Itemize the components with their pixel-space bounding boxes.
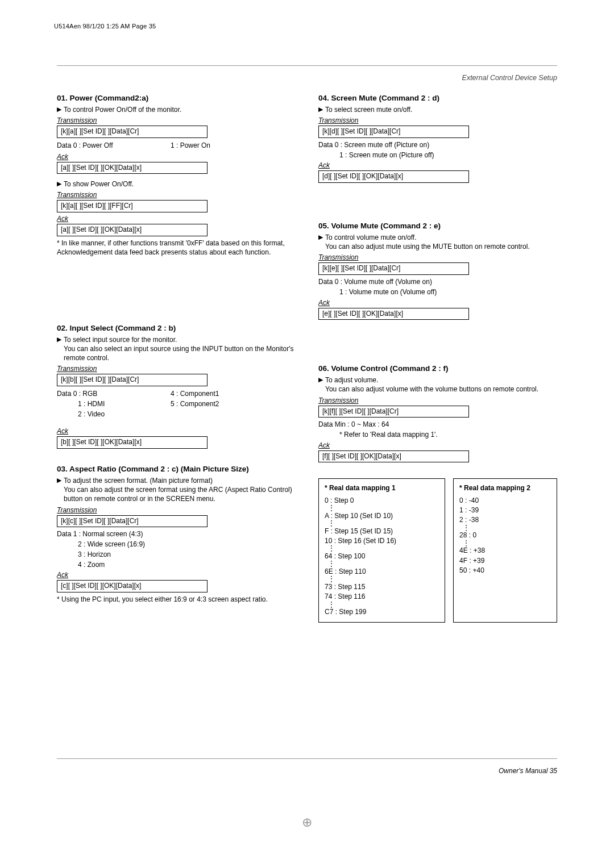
code-box: [e][ ][Set ID][ ][OK][Data][x] — [318, 308, 469, 320]
cmd-03: 03. Aspect Ratio (Command 2 : c) (Main P… — [57, 465, 296, 604]
transmission-label: Transmission — [57, 365, 296, 373]
data-mapping-row: * Real data mapping 1 0 : Step 0 ⋮ A : S… — [318, 478, 557, 622]
map-row: 1 : -39 — [459, 506, 551, 515]
vdots-icon: ⋮ — [325, 577, 439, 582]
arrow-icon: ▶ — [318, 233, 323, 241]
map-row: A : Step 10 (Set ID 10) — [325, 511, 439, 521]
transmission-label: Transmission — [318, 116, 557, 124]
print-header: U514Aen 98/1/20 1:25 AM Page 35 — [54, 23, 156, 30]
data-line: 3 : Horizon — [57, 550, 296, 560]
map-row: 10 : Step 16 (Set ID 16) — [325, 536, 439, 546]
code-box: [k][d][ ][Set ID][ ][Data][Cr] — [318, 126, 469, 138]
data-line: 4 : Zoom — [57, 560, 296, 570]
map-row: 6E : Step 110 — [325, 567, 439, 577]
ack-label: Ack — [57, 215, 296, 223]
cmd-04: 04. Screen Mute (Command 2 : d) ▶To sele… — [318, 94, 557, 183]
cmd06-desc: To adjust volume. You can also adjust vo… — [325, 375, 538, 394]
cmd02-desc: To select input source for the monitor. … — [64, 335, 296, 363]
code-box: [k][e][ ][Set ID][ ][Data][Cr] — [318, 262, 469, 275]
data-line: 5 : Component2 — [171, 399, 219, 409]
map-row: 0 : -40 — [459, 496, 551, 506]
data-line: 1 : Power On — [171, 141, 210, 151]
map1-title: * Real data mapping 1 — [325, 483, 439, 493]
ack-label: Ack — [57, 571, 296, 579]
data-line: 4 : Component1 — [171, 389, 219, 399]
real-data-mapping-2: * Real data mapping 2 0 : -40 1 : -39 2 … — [453, 478, 557, 622]
data-line: * Refer to 'Real data mapping 1'. — [318, 430, 557, 440]
data-line: 1 : Volume mute on (Volume off) — [318, 287, 557, 297]
code-box: [k][c][ ][Set ID][ ][Data][Cr] — [57, 515, 208, 528]
cmd03-desc: To adjust the screen format. (Main pictu… — [64, 476, 296, 504]
map-row: 64 : Step 100 — [325, 552, 439, 561]
data-line: 2 : Wide screen (16:9) — [57, 540, 296, 549]
data-line: Data 0 : RGB — [57, 389, 171, 399]
cmd05-title: 05. Volume Mute (Command 2 : e) — [318, 222, 557, 230]
top-rule — [57, 65, 557, 66]
ack-label: Ack — [318, 161, 557, 169]
cmd-01: 01. Power (Command2:a) ▶To control Power… — [57, 94, 296, 257]
cmd02-title: 02. Input Select (Command 2 : b) — [57, 324, 296, 332]
transmission-label: Transmission — [57, 116, 296, 124]
content-columns: 01. Power (Command2:a) ▶To control Power… — [57, 94, 557, 623]
code-box: [b][ ][Set ID][ ][OK][Data][x] — [57, 436, 208, 449]
code-box: [d][ ][Set ID][ ][OK][Data][x] — [318, 170, 469, 183]
arrow-icon: ▶ — [57, 180, 61, 188]
map-row: 2 : -38 — [459, 515, 551, 525]
map-row: 0 : Step 0 — [325, 496, 439, 506]
cmd05-desc: To control volume mute on/off. You can a… — [325, 233, 530, 251]
bottom-rule — [57, 758, 557, 759]
right-column: 04. Screen Mute (Command 2 : d) ▶To sele… — [318, 94, 557, 623]
ack-label: Ack — [57, 153, 296, 161]
cmd01-desc: To control Power On/Off of the monitor. — [64, 105, 181, 114]
code-box: [k][a][ ][Set ID][ ][FF][Cr] — [57, 200, 208, 212]
map-row: 50 : +40 — [459, 566, 551, 575]
code-box: [a][ ][Set ID][ ][OK][Data][x] — [57, 162, 208, 174]
vdots-icon: ⋮ — [325, 521, 439, 527]
cmd01-note: * In like manner, if other functions tra… — [57, 239, 296, 257]
code-box: [k][b][ ][Set ID][ ][Data][Cr] — [57, 374, 208, 386]
vdots-icon: ⋮ — [325, 506, 439, 511]
data-line: Data 0 : Power Off — [57, 141, 171, 151]
cmd01-desc2: To show Power On/Off. — [64, 180, 134, 189]
vdots-icon: ⋮ — [325, 546, 439, 552]
ack-label: Ack — [57, 427, 296, 435]
footer-page: Owner's Manual 35 — [499, 767, 557, 775]
map-row: 28 : 0 — [459, 531, 551, 540]
transmission-label: Transmission — [318, 253, 557, 261]
data-line: 1 : HDMI — [57, 399, 171, 409]
data-line: Data 1 : Normal screen (4:3) — [57, 529, 296, 539]
ack-label: Ack — [318, 299, 557, 307]
cmd-05: 05. Volume Mute (Command 2 : e) ▶To cont… — [318, 222, 557, 320]
cmd06-title: 06. Volume Control (Command 2 : f) — [318, 364, 557, 373]
map-row: F : Step 15 (Set ID 15) — [325, 527, 439, 536]
cmd03-note: * Using the PC input, you select either … — [57, 595, 296, 604]
data-line: Data 0 : Volume mute off (Volume on) — [318, 277, 557, 287]
code-box: [f][ ][Set ID][ ][OK][Data][x] — [318, 450, 469, 463]
left-column: 01. Power (Command2:a) ▶To control Power… — [57, 94, 296, 623]
vdots-icon: ⋮ — [325, 561, 439, 567]
vdots-icon: ⋮ — [325, 602, 439, 608]
cmd01-title: 01. Power (Command2:a) — [57, 94, 296, 102]
transmission-label: Transmission — [57, 506, 296, 514]
arrow-icon: ▶ — [57, 476, 61, 485]
data-line: 2 : Video — [57, 410, 171, 419]
map-row: 74 : Step 116 — [325, 592, 439, 602]
transmission-label: Transmission — [57, 191, 296, 199]
cmd-02: 02. Input Select (Command 2 : b) ▶To sel… — [57, 324, 296, 449]
map-row: 4E : +38 — [459, 546, 551, 556]
code-box: [k][f][ ][Set ID][ ][Data][Cr] — [318, 406, 469, 418]
data-line: 1 : Screen mute on (Picture off) — [318, 151, 557, 160]
code-box: [a][ ][Set ID][ ][OK][Data][x] — [57, 224, 208, 236]
arrow-icon: ▶ — [318, 105, 323, 114]
section-header: External Control Device Setup — [462, 74, 557, 82]
arrow-icon: ▶ — [57, 335, 61, 344]
ack-label: Ack — [318, 441, 557, 449]
cmd04-title: 04. Screen Mute (Command 2 : d) — [318, 94, 557, 102]
real-data-mapping-1: * Real data mapping 1 0 : Step 0 ⋮ A : S… — [318, 478, 445, 622]
transmission-label: Transmission — [318, 397, 557, 404]
vdots-icon: ⋮ — [459, 525, 551, 531]
code-box: [c][ ][Set ID][ ][OK][Data][x] — [57, 580, 208, 592]
map-row: C7 : Step 199 — [325, 607, 439, 617]
map-row: 4F : +39 — [459, 556, 551, 566]
arrow-icon: ▶ — [318, 375, 323, 384]
